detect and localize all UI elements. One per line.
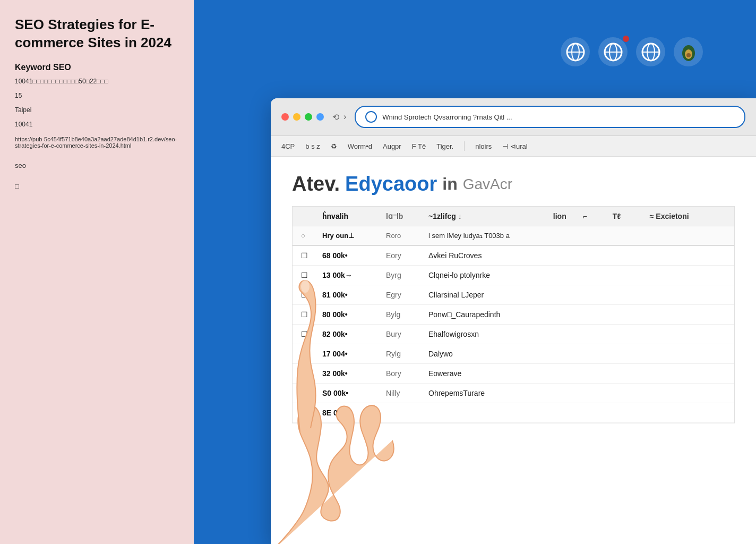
header-col3[interactable]: ~1zlifcg ↓ bbox=[428, 212, 543, 220]
sidebar-tag2: □ bbox=[15, 182, 179, 190]
toolbar-item-5[interactable]: Augpr bbox=[383, 142, 401, 150]
address-circle-icon bbox=[365, 111, 377, 123]
row-keyword: Ehalfowigrosxn bbox=[428, 330, 726, 338]
row-keyword: Clqnei-lo ptolynrke bbox=[428, 271, 726, 279]
avocado-icon bbox=[678, 41, 699, 63]
tl-minimize[interactable] bbox=[293, 113, 300, 121]
row-keyword: Δvkei RuCroves bbox=[428, 251, 726, 260]
sidebar-city: Taipei bbox=[15, 105, 179, 115]
keyword-label: Keyword SEO bbox=[15, 63, 179, 72]
row-keyword: Ponw□_Caurapedinth bbox=[428, 310, 726, 319]
row-keyword: Eowerave bbox=[428, 369, 726, 378]
icon-circle-4 bbox=[674, 37, 703, 66]
sidebar-meta-id: 10041□□□□□□□□□□□□50□22□□□ bbox=[15, 76, 179, 87]
nav-forward-icon[interactable]: › bbox=[343, 112, 346, 122]
tl-close[interactable] bbox=[281, 113, 289, 121]
address-text: Wnind Sprotech Qvsarroning ?rnats Qitl .… bbox=[382, 113, 512, 121]
toolbar-item-9[interactable]: ⊣ ⊲ural bbox=[502, 142, 527, 150]
tl-extra[interactable] bbox=[316, 113, 324, 121]
toolbar-item-6[interactable]: F Tē bbox=[412, 142, 426, 150]
toolbar-item-2[interactable]: b s z bbox=[305, 142, 320, 150]
header-icons bbox=[561, 37, 703, 66]
browser-icon bbox=[565, 41, 586, 63]
heading-part2: Edycaoor bbox=[345, 173, 437, 196]
traffic-lights bbox=[281, 113, 324, 121]
icon-circle-1 bbox=[561, 37, 590, 66]
toolbar-item-7[interactable]: Tiger. bbox=[436, 142, 453, 150]
row-keyword: Dalywo bbox=[428, 350, 726, 358]
header-col4: lion bbox=[553, 212, 572, 220]
sidebar: SEO Strategies for E-commerce Sites in 2… bbox=[0, 0, 194, 544]
chart-icon bbox=[603, 41, 624, 63]
svg-point-12 bbox=[301, 280, 310, 293]
heading-part4: GavAcr bbox=[463, 176, 512, 193]
svg-point-11 bbox=[686, 53, 691, 57]
row-keyword: OhrepemsTurare bbox=[428, 389, 726, 397]
heading-part1: Atev. bbox=[292, 173, 340, 196]
nav-back-icon[interactable]: ⟲ bbox=[332, 112, 339, 122]
header-col6: Tℓ bbox=[613, 212, 639, 220]
main-area: ⟲ › Wnind Sprotech Qvsarroning ?rnats Qi… bbox=[194, 0, 756, 544]
sidebar-meta-num: 15 bbox=[15, 91, 179, 101]
hand-illustration bbox=[247, 209, 396, 544]
page-title: SEO Strategies for E-commerce Sites in 2… bbox=[15, 16, 179, 52]
heart-icon bbox=[640, 41, 662, 63]
row-keyword: Cllarsinal LJeper bbox=[428, 291, 726, 299]
heading-part3: in bbox=[442, 174, 457, 194]
icon-circle-3 bbox=[636, 37, 665, 66]
page-heading: Atev. Edycaoor in GavAcr bbox=[292, 173, 735, 196]
icon-circle-2 bbox=[598, 37, 628, 66]
sidebar-zip: 10041 bbox=[15, 120, 179, 130]
browser-chrome: ⟲ › Wnind Sprotech Qvsarroning ?rnats Qi… bbox=[271, 98, 756, 136]
toolbar-item-1[interactable]: 4CP bbox=[281, 142, 295, 150]
header-col5: ⌐ bbox=[583, 212, 602, 220]
toolbar-item-8[interactable]: nloirs bbox=[475, 142, 492, 150]
browser-nav: ⟲ › bbox=[332, 112, 346, 122]
tl-maximize[interactable] bbox=[305, 113, 312, 121]
browser-toolbar: 4CP b s z ♻ Worm•d Augpr F Tē Tiger. nlo… bbox=[271, 136, 756, 157]
subheader-col3: l sem lMey ludya₁ T003b a bbox=[428, 232, 726, 240]
toolbar-separator bbox=[464, 141, 465, 151]
sidebar-url: https://pub-5c454f571b8e40a3a2aad27ade84… bbox=[15, 136, 179, 149]
sidebar-tag: seo bbox=[15, 162, 179, 169]
toolbar-item-3[interactable]: ♻ bbox=[331, 142, 337, 150]
header-col7: ≈ Excietoni bbox=[650, 212, 726, 220]
address-bar[interactable]: Wnind Sprotech Qvsarroning ?rnats Qitl .… bbox=[355, 106, 745, 128]
toolbar-item-4[interactable]: Worm•d bbox=[348, 142, 372, 150]
